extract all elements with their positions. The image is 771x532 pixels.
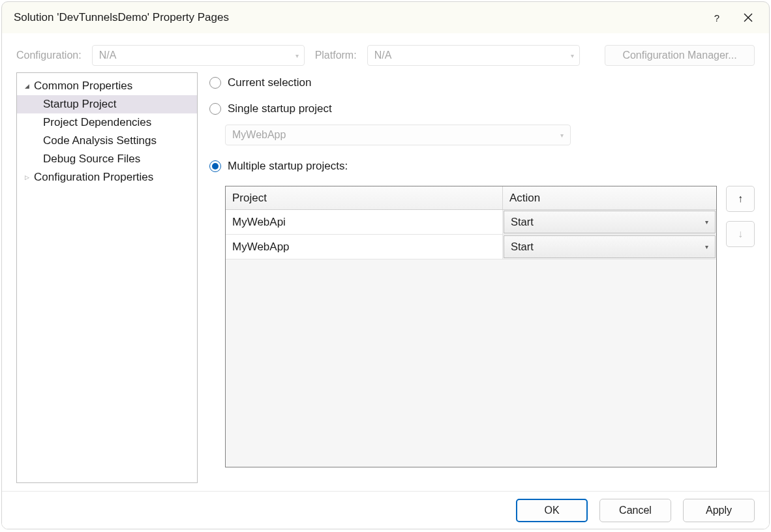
apply-button[interactable]: Apply <box>683 499 755 522</box>
close-icon <box>744 13 753 22</box>
configuration-combo[interactable]: N/A ▾ <box>92 45 305 66</box>
button-label: OK <box>544 505 559 516</box>
option-label: Single startup project <box>228 102 332 115</box>
configuration-value: N/A <box>99 50 295 61</box>
table-row[interactable]: MyWebApp Start ▾ <box>226 235 716 259</box>
single-startup-combo[interactable]: MyWebApp ▾ <box>225 125 571 145</box>
platform-value: N/A <box>374 50 571 61</box>
button-label: Apply <box>706 505 732 516</box>
property-pages-dialog: Solution 'DevTunnelsDemo' Property Pages… <box>1 1 770 529</box>
tree-common-properties[interactable]: ◢ Common Properties <box>17 77 197 95</box>
expand-icon[interactable]: ▷ <box>22 174 31 181</box>
tree-label: Code Analysis Settings <box>43 134 157 147</box>
move-up-button[interactable]: ↑ <box>726 186 755 212</box>
dialog-footer: OK Cancel Apply <box>2 491 769 529</box>
cell-value: MyWebApp <box>232 241 290 254</box>
arrow-down-icon: ↓ <box>738 228 743 240</box>
dialog-title: Solution 'DevTunnelsDemo' Property Pages <box>14 11 229 24</box>
ok-button[interactable]: OK <box>516 499 588 522</box>
config-toolbar: Configuration: N/A ▾ Platform: N/A ▾ Con… <box>2 33 769 72</box>
current-selection-option[interactable]: Current selection <box>209 72 755 93</box>
move-down-button[interactable]: ↓ <box>726 221 755 247</box>
option-label: Current selection <box>228 76 312 89</box>
cell-action-combo[interactable]: Start ▾ <box>504 235 716 258</box>
platform-combo[interactable]: N/A ▾ <box>367 45 580 66</box>
arrow-up-icon: ↑ <box>738 193 743 205</box>
cell-project[interactable]: MyWebApp <box>226 235 503 259</box>
help-button[interactable]: ? <box>708 8 726 27</box>
tree-startup-project[interactable]: Startup Project <box>17 95 197 113</box>
column-label: Project <box>232 192 267 205</box>
column-label: Action <box>509 192 540 205</box>
cell-project[interactable]: MyWebApi <box>226 210 503 234</box>
multiple-startup-option[interactable]: Multiple startup projects: <box>209 156 755 177</box>
startup-project-panel: Current selection Single startup project… <box>209 72 755 483</box>
tree-debug-source-files[interactable]: Debug Source Files <box>17 150 197 168</box>
table-row[interactable]: MyWebApi Start ▾ <box>226 210 716 235</box>
tree-label: Configuration Properties <box>34 171 153 184</box>
column-header-action[interactable]: Action <box>503 186 716 209</box>
cell-value: Start <box>511 241 534 253</box>
radio-icon[interactable] <box>209 77 221 89</box>
radio-icon[interactable] <box>209 103 221 115</box>
platform-label: Platform: <box>315 50 357 61</box>
chevron-down-icon: ▾ <box>571 52 574 59</box>
chevron-down-icon: ▾ <box>705 243 708 250</box>
option-label: Multiple startup projects: <box>228 160 348 173</box>
property-tree[interactable]: ◢ Common Properties Startup Project Proj… <box>16 72 198 483</box>
configuration-label: Configuration: <box>16 50 82 61</box>
titlebar: Solution 'DevTunnelsDemo' Property Pages… <box>2 2 769 33</box>
close-button[interactable] <box>739 8 757 27</box>
tree-label: Debug Source Files <box>43 153 140 166</box>
tree-project-dependencies[interactable]: Project Dependencies <box>17 113 197 132</box>
cell-action-combo[interactable]: Start ▾ <box>504 211 716 233</box>
configuration-manager-label: Configuration Manager... <box>622 50 736 61</box>
tree-configuration-properties[interactable]: ▷ Configuration Properties <box>17 168 197 186</box>
radio-icon[interactable] <box>209 160 221 172</box>
single-startup-option[interactable]: Single startup project <box>209 98 755 119</box>
chevron-down-icon: ▾ <box>295 52 299 59</box>
chevron-down-icon: ▾ <box>705 218 708 226</box>
cancel-button[interactable]: Cancel <box>599 499 671 522</box>
configuration-manager-button[interactable]: Configuration Manager... <box>605 45 755 66</box>
tree-label: Common Properties <box>34 80 132 93</box>
grid-header: Project Action <box>226 186 716 210</box>
button-label: Cancel <box>619 505 652 516</box>
tree-code-analysis-settings[interactable]: Code Analysis Settings <box>17 132 197 150</box>
cell-value: Start <box>511 216 534 228</box>
tree-label: Project Dependencies <box>43 116 151 129</box>
tree-label: Startup Project <box>43 98 116 111</box>
chevron-down-icon: ▾ <box>560 132 564 139</box>
column-header-project[interactable]: Project <box>226 186 503 209</box>
collapse-icon[interactable]: ◢ <box>22 83 31 89</box>
startup-projects-grid[interactable]: Project Action MyWebApi Start <box>225 186 717 467</box>
single-startup-value: MyWebApp <box>232 129 286 141</box>
cell-value: MyWebApi <box>232 216 286 229</box>
